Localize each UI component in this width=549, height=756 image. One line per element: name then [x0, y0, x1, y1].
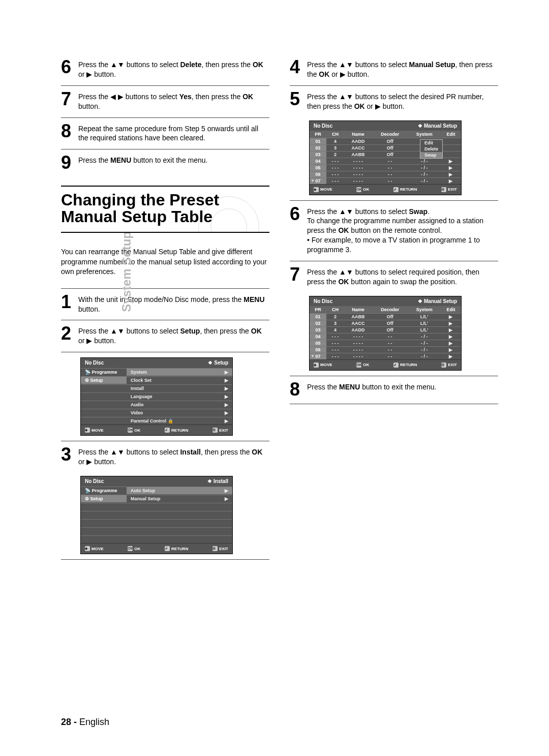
- table-cell: 2: [326, 313, 344, 320]
- osd-footer-item: ◆MOVE: [85, 428, 104, 433]
- footer-badge-icon: ◆: [85, 428, 90, 433]
- step-text: Press the ▲▼ buttons to select Delete, t…: [78, 59, 269, 79]
- instruction-step: 3Press the ▲▼ buttons to select Install,…: [61, 443, 269, 471]
- table-cell: - / -: [408, 171, 441, 177]
- divider: [61, 559, 269, 560]
- table-cell: Off: [372, 320, 408, 326]
- instruction-step: 4Press the ▲▼ buttons to select Manual S…: [290, 56, 498, 83]
- table-cell: L/L': [408, 320, 441, 326]
- manual-page: System Setup 6Press the ▲▼ buttons to se…: [0, 0, 549, 756]
- table-cell: 05: [310, 340, 326, 346]
- osd-title-right: Manual Setup: [418, 123, 457, 129]
- osd-menu-item: System▶: [127, 368, 232, 376]
- context-menu-item: Delete: [420, 146, 442, 152]
- table-cell: - -: [372, 340, 408, 346]
- osd-footer: ◆MOVEOKOK↲RETURN⊟EXIT: [81, 543, 232, 554]
- osd-menu-item: [127, 527, 232, 535]
- osd-title-left: No Disc: [314, 298, 332, 304]
- osd-menu-item: [127, 535, 232, 543]
- section-heading: Changing the Preset Manual Setup Table: [61, 186, 269, 233]
- footer-badge-icon: ⊟: [212, 546, 218, 551]
- table-row: 023AACCOffL/L'▶: [310, 320, 461, 326]
- table-header: Decoder: [372, 306, 408, 314]
- table-cell: - - -: [326, 333, 344, 340]
- chevron-right-icon: ▶: [225, 394, 228, 399]
- osd-footer-item: ⊟EXIT: [441, 362, 457, 368]
- table-cell: - -: [372, 164, 408, 171]
- lock-icon: 🔒: [168, 418, 173, 424]
- chevron-right-icon: ▶: [225, 418, 228, 424]
- step-text: Press the ▲▼ buttons to select Setup, th…: [78, 325, 269, 346]
- osd-menu-item: Language▶: [127, 392, 232, 400]
- chevron-right-icon: ▶: [225, 370, 228, 375]
- divider: [290, 85, 498, 86]
- chevron-right-icon: ▶: [225, 402, 228, 407]
- table-cell: ▶: [441, 313, 461, 320]
- step-number: 6: [61, 59, 73, 75]
- step-number: 8: [61, 123, 73, 139]
- section-tab-label: System Setup: [119, 231, 134, 312]
- table-row: 07- - -- - - -- -- / -▶: [310, 177, 461, 184]
- osd-screenshot: No DiscInstall📡 ProgrammeAuto Setup▶⚙ Se…: [80, 476, 233, 554]
- table-cell: - -: [372, 353, 408, 359]
- divider: [61, 149, 269, 149]
- osd-menu-item: Parental Control 🔒▶: [127, 417, 232, 425]
- osd-side-cell: [81, 503, 127, 510]
- osd-footer-item: OKOK: [356, 187, 369, 192]
- table-cell: 06: [310, 171, 326, 177]
- table-cell: Off: [372, 313, 408, 320]
- heading-text: Changing the Preset Manual Setup Table: [61, 192, 269, 226]
- step-number: 5: [290, 91, 302, 107]
- osd-side-cell: [81, 392, 127, 400]
- step-number: 7: [61, 91, 73, 107]
- instruction-step: 8Repeat the same procedure from Step 5 o…: [61, 120, 269, 147]
- table-cell: - / -: [408, 177, 441, 184]
- table-cell: - - - -: [344, 164, 372, 171]
- instruction-step: 6Press the ▲▼ buttons to select Delete, …: [61, 56, 269, 83]
- chevron-right-icon: ▶: [225, 496, 228, 501]
- footer-badge-icon: ↲: [165, 428, 170, 433]
- context-menu: EditDeleteSwap: [420, 139, 443, 159]
- table-cell: - -: [372, 177, 408, 184]
- osd-side-cell: [81, 519, 127, 527]
- osd-footer-item: ↲RETURN: [393, 362, 417, 368]
- table-cell: 05: [310, 164, 326, 171]
- table-cell: - - - -: [344, 171, 372, 177]
- instruction-step: 1With the unit in Stop mode/No Disc mode…: [61, 291, 269, 318]
- footer-badge-icon: ↲: [393, 362, 399, 368]
- table-cell: - / -: [408, 353, 441, 359]
- table-cell: - / -: [408, 346, 441, 353]
- osd-footer-item: ◆MOVE: [85, 546, 104, 551]
- step-number: 8: [290, 381, 302, 398]
- table-cell: - - -: [326, 164, 344, 171]
- table-row: 06- - -- - - -- -- / -▶: [310, 346, 461, 353]
- table-cell: 2: [326, 151, 344, 158]
- osd-side-cell: [81, 527, 127, 535]
- osd-side-cell: [81, 535, 127, 543]
- osd-title-right: Install: [207, 478, 228, 484]
- table-cell: Off: [372, 151, 408, 158]
- table-cell: - - - -: [344, 353, 372, 359]
- divider: [61, 352, 269, 352]
- divider: [61, 288, 269, 289]
- page-footer: 28 - English: [61, 717, 109, 728]
- table-cell: - / -: [408, 164, 441, 171]
- table-cell: ▶: [441, 340, 461, 346]
- osd-menu-item: Auto Setup▶: [127, 487, 232, 494]
- table-cell: 04: [310, 333, 326, 340]
- osd-footer-item: ⊟EXIT: [441, 187, 457, 192]
- table-cell: AABB: [344, 151, 372, 158]
- footer-badge-icon: ◆: [314, 187, 319, 192]
- osd-footer-item: ⊟EXIT: [212, 428, 228, 433]
- table-cell: [441, 151, 461, 158]
- table-row: 05- - -- - - -- -- / -▶: [310, 164, 461, 171]
- osd-side-cell: [81, 511, 127, 519]
- table-cell: 01: [310, 138, 326, 144]
- osd-footer-item: OKOK: [128, 428, 140, 433]
- page-number: 28 -: [61, 717, 77, 727]
- programme-table: PRCHNameDecoderSystemEdit012AABBOffL/L'▶…: [310, 306, 461, 359]
- table-header: System: [408, 306, 441, 314]
- antenna-icon: 📡: [85, 370, 90, 375]
- chevron-right-icon: ▶: [225, 410, 228, 415]
- table-cell: [441, 144, 461, 151]
